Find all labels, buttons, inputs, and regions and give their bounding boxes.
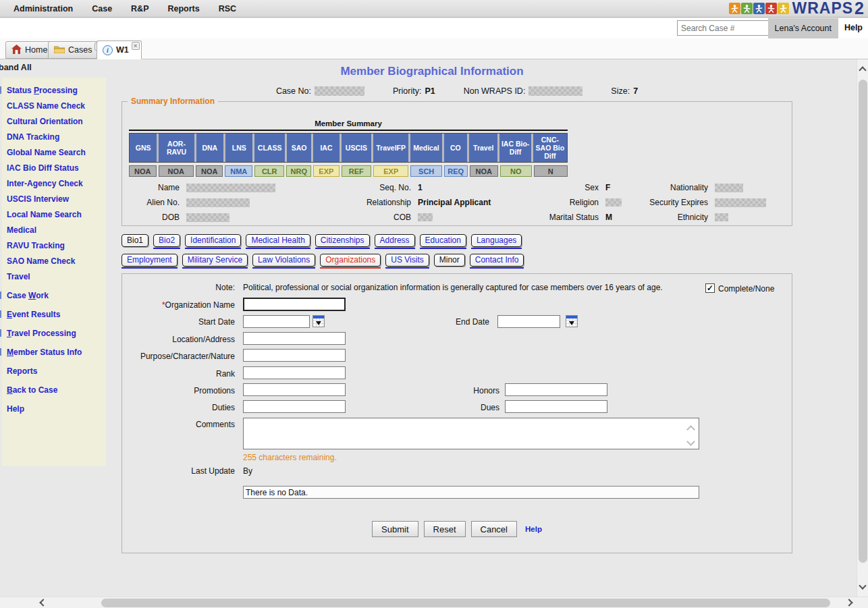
- field-label: Organization Name: [165, 300, 235, 310]
- menu-reports[interactable]: Reports: [168, 4, 200, 13]
- case-info-row: Case No: Priority:P1 Non WRAPS ID: Size:…: [121, 86, 792, 96]
- purpose-input[interactable]: [243, 349, 346, 362]
- sidebar-item-event-results[interactable]: Event Results: [7, 310, 106, 319]
- sidebar-item-global-name-search[interactable]: Global Name Search: [7, 148, 106, 157]
- end-date-input[interactable]: [497, 315, 560, 328]
- sidebar-item-uscis-interview[interactable]: USCIS Interview: [7, 194, 106, 203]
- sidebar-item-accel: B: [7, 385, 13, 395]
- dues-input[interactable]: [505, 400, 607, 413]
- tab-home[interactable]: Home: [5, 41, 53, 59]
- scroll-right-arrow-icon[interactable]: [845, 599, 852, 606]
- status-badge: NRQ: [286, 165, 311, 177]
- sidebar-item-accel: W: [28, 291, 36, 300]
- sidebar-item-travel[interactable]: Travel: [7, 272, 106, 281]
- horizontal-scrollbar[interactable]: [0, 597, 868, 608]
- tab-label: Employment: [121, 254, 178, 267]
- sidebar-item-iac-bio-diff-status[interactable]: IAC Bio Diff Status: [7, 163, 106, 172]
- tab-employment[interactable]: Employment: [121, 254, 178, 269]
- sidebar-item-case-work[interactable]: Case Work: [7, 291, 106, 300]
- tab-organizations[interactable]: Organizations: [320, 254, 381, 269]
- sidebar-item-label: SAO Name Check: [7, 256, 75, 266]
- sidebar-item-dna-tracking[interactable]: DNA Tracking: [7, 132, 106, 141]
- tab-minor[interactable]: Minor: [434, 254, 465, 269]
- tab-bio1[interactable]: Bio1: [121, 234, 148, 249]
- menu-administration[interactable]: Administration: [13, 4, 73, 13]
- menu-rsc[interactable]: RSC: [219, 4, 236, 13]
- menu-case[interactable]: Case: [92, 4, 112, 13]
- start-date-calendar-icon[interactable]: [313, 315, 325, 327]
- promotions-label: Promotions: [121, 386, 235, 395]
- complete-none-checkbox[interactable]: ✓: [705, 283, 715, 293]
- scroll-down-icon[interactable]: [686, 437, 695, 446]
- sidebar-item-sao-name-check[interactable]: SAO Name Check: [7, 256, 106, 265]
- tab-military-service[interactable]: Military Service: [182, 254, 248, 269]
- scroll-down-arrow-icon[interactable]: [859, 582, 866, 589]
- location-address-input[interactable]: [243, 332, 346, 345]
- vertical-scrollbar-thumb[interactable]: [859, 80, 867, 563]
- rank-input[interactable]: [243, 366, 346, 379]
- sidebar-item-label: Status: [7, 86, 34, 95]
- sidebar-item-reports[interactable]: Reports: [7, 366, 106, 375]
- sidebar-item-class-name-check[interactable]: CLASS Name Check: [7, 101, 106, 110]
- cancel-button[interactable]: Cancel: [471, 521, 517, 537]
- scroll-up-arrow-icon[interactable]: [859, 66, 866, 74]
- tab-languages[interactable]: Languages: [471, 234, 522, 249]
- vertical-scrollbar[interactable]: [857, 59, 868, 597]
- tab-label: Bio1: [121, 234, 148, 247]
- tab-contact-info[interactable]: Contact Info: [470, 254, 524, 269]
- close-icon[interactable]: ×: [132, 42, 140, 50]
- sidebar-item-label: Help: [7, 404, 24, 414]
- scroll-left-arrow-icon[interactable]: [39, 599, 47, 606]
- redacted-value: [315, 86, 364, 96]
- form-help-link[interactable]: Help: [525, 525, 542, 533]
- organization-name-input[interactable]: [243, 298, 346, 311]
- status-badge: NMA: [225, 165, 252, 177]
- horizontal-scrollbar-thumb[interactable]: [101, 599, 830, 607]
- search-case-input[interactable]: [677, 20, 777, 36]
- tab-address[interactable]: Address: [375, 234, 415, 249]
- tab-label: Medical Health: [246, 234, 310, 247]
- sidebar-item-travel-processing[interactable]: Travel Processing: [7, 329, 106, 337]
- tab-home-label: Home: [25, 45, 47, 55]
- submit-button[interactable]: Submit: [372, 521, 418, 537]
- account-button[interactable]: Lena's Account: [768, 18, 838, 38]
- sidebar-item-ravu-tracking[interactable]: RAVU Tracking: [7, 241, 106, 250]
- honors-input[interactable]: [505, 383, 607, 396]
- sidebar-item-accel: P: [34, 86, 39, 95]
- sidebar-item-status-processing[interactable]: Status Processing: [7, 86, 106, 94]
- tab-education[interactable]: Education: [420, 234, 466, 249]
- sidebar-item-local-name-search[interactable]: Local Name Search: [7, 210, 106, 219]
- member-summary-header-row: GNS AOR-RAVU DNA LNS CLASS SAO IAC USCIS…: [129, 133, 568, 163]
- organization-name-label: *Organization Name: [121, 300, 235, 310]
- start-date-input[interactable]: [243, 315, 310, 328]
- sidebar-item-inter-agency-check[interactable]: Inter-Agency Check: [7, 179, 106, 188]
- sidebar-item-back-to-case[interactable]: Back to Case: [7, 385, 106, 394]
- tab-law-violations[interactable]: Law Violations: [252, 254, 315, 269]
- sidebar-item-member-status-info[interactable]: Member Status Info: [7, 348, 106, 356]
- tab-bio2[interactable]: Bio2: [153, 234, 180, 249]
- tab-identification[interactable]: Identification: [185, 234, 241, 249]
- end-date-calendar-icon[interactable]: [566, 315, 578, 327]
- tab-medical-health[interactable]: Medical Health: [246, 234, 310, 249]
- status-badge: NOA: [196, 165, 223, 177]
- sidebar-item-help[interactable]: Help: [7, 404, 106, 413]
- expand-all-link[interactable]: band All: [0, 63, 32, 72]
- promotions-input[interactable]: [243, 383, 346, 396]
- scroll-up-icon[interactable]: [686, 425, 695, 434]
- organizations-form-panel: [121, 273, 792, 553]
- comments-textarea[interactable]: [243, 418, 699, 449]
- sidebar-item-medical[interactable]: Medical: [7, 225, 106, 234]
- help-menu[interactable]: Help: [844, 23, 863, 32]
- duties-input[interactable]: [243, 400, 346, 413]
- sidebar-item-label: Medical: [7, 225, 36, 235]
- tab-w1[interactable]: i W1 ×: [97, 40, 142, 59]
- logo-figure-icon: [741, 3, 753, 14]
- redacted-value: [715, 198, 766, 207]
- tab-citizenships[interactable]: Citizenships: [315, 234, 370, 249]
- logo-figure-icon: [778, 3, 789, 14]
- sidebar-item-cultural-orientation[interactable]: Cultural Orientation: [7, 117, 106, 126]
- menu-rp[interactable]: R&P: [131, 4, 148, 13]
- reset-button[interactable]: Reset: [424, 521, 466, 537]
- comments-label: Comments: [121, 420, 235, 429]
- tab-us-visits[interactable]: US Visits: [385, 254, 429, 269]
